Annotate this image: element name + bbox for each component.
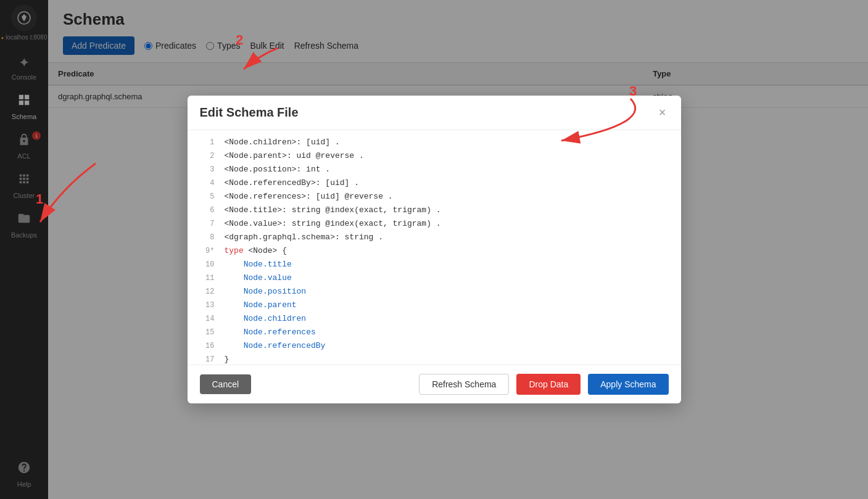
line-num-11: 11 — [195, 273, 215, 282]
line-content-3: <Node.position>: int . — [225, 165, 331, 174]
line-num-8: 8 — [195, 233, 215, 242]
modal-close-button[interactable]: × — [656, 105, 669, 120]
line-content-5: <Node.references>: [uid] @reverse . — [225, 192, 393, 201]
code-line-11: 11 Node.value — [188, 273, 681, 287]
code-line-13: 13 Node.parent — [188, 300, 681, 314]
apply-schema-button[interactable]: Apply Schema — [588, 374, 668, 395]
line-num-17: 17 — [195, 355, 215, 364]
modal-overlay[interactable]: Edit Schema File × 1 <Node.children>: [u… — [0, 0, 868, 499]
line-num-6: 6 — [195, 205, 215, 215]
line-num-3: 3 — [195, 165, 215, 174]
line-content-7: <Node.value>: string @index(exact, trigr… — [225, 219, 441, 228]
modal-title: Edit Schema File — [200, 105, 299, 120]
line-content-14: Node.children — [225, 314, 307, 323]
line-content-12: Node.position — [225, 287, 307, 296]
code-line-7: 7 <Node.value>: string @index(exact, tri… — [188, 219, 681, 233]
line-content-11: Node.value — [225, 273, 292, 282]
line-content-17: } — [225, 355, 229, 364]
cancel-button[interactable]: Cancel — [200, 374, 252, 394]
code-line-4: 4 <Node.referencedBy>: [uid] . — [188, 178, 681, 192]
line-num-9: 9* — [195, 246, 215, 255]
code-line-16: 16 Node.referencedBy — [188, 341, 681, 355]
code-line-2: 2 <Node.parent>: uid @reverse . — [188, 151, 681, 165]
line-num-12: 12 — [195, 287, 215, 296]
line-num-4: 4 — [195, 178, 215, 188]
code-line-12: 12 Node.position — [188, 287, 681, 300]
line-content-2: <Node.parent>: uid @reverse . — [225, 151, 364, 160]
modal-footer: Cancel Refresh Schema Drop Data Apply Sc… — [188, 365, 681, 403]
code-line-5: 5 <Node.references>: [uid] @reverse . — [188, 192, 681, 205]
line-content-15: Node.references — [225, 328, 316, 337]
refresh-schema-button[interactable]: Refresh Schema — [419, 374, 509, 395]
modal-header: Edit Schema File × — [188, 96, 681, 130]
code-editor[interactable]: 1 <Node.children>: [uid] . 2 <Node.paren… — [188, 130, 681, 365]
footer-right-buttons: Refresh Schema Drop Data Apply Schema — [419, 374, 668, 395]
code-line-1: 1 <Node.children>: [uid] . — [188, 138, 681, 151]
line-content-8: <dgraph.graphql.schema>: string . — [225, 233, 383, 242]
line-num-16: 16 — [195, 341, 215, 350]
line-content-10: Node.title — [225, 260, 292, 269]
line-num-2: 2 — [195, 151, 215, 160]
line-num-15: 15 — [195, 328, 215, 337]
line-num-13: 13 — [195, 300, 215, 310]
code-line-9: 9* type <Node> { — [188, 246, 681, 260]
code-line-15: 15 Node.references — [188, 328, 681, 341]
line-num-5: 5 — [195, 192, 215, 201]
code-line-8: 8 <dgraph.graphql.schema>: string . — [188, 233, 681, 246]
line-content-16: Node.referencedBy — [225, 341, 326, 350]
line-content-9: type <Node> { — [225, 246, 287, 255]
code-line-6: 6 <Node.title>: string @index(exact, tri… — [188, 205, 681, 219]
line-content-13: Node.parent — [225, 300, 297, 310]
code-line-17: 17 } — [188, 355, 681, 365]
line-num-7: 7 — [195, 219, 215, 228]
line-num-1: 1 — [195, 138, 215, 147]
modal-body: 1 <Node.children>: [uid] . 2 <Node.paren… — [188, 130, 681, 365]
drop-data-button[interactable]: Drop Data — [516, 374, 581, 395]
line-content-1: <Node.children>: [uid] . — [225, 138, 340, 147]
code-line-14: 14 Node.children — [188, 314, 681, 328]
code-line-10: 10 Node.title — [188, 260, 681, 273]
code-line-3: 3 <Node.position>: int . — [188, 165, 681, 178]
line-content-4: <Node.referencedBy>: [uid] . — [225, 178, 359, 188]
edit-schema-modal: Edit Schema File × 1 <Node.children>: [u… — [188, 96, 681, 403]
line-content-6: <Node.title>: string @index(exact, trigr… — [225, 205, 441, 215]
line-num-14: 14 — [195, 314, 215, 323]
line-num-10: 10 — [195, 260, 215, 269]
